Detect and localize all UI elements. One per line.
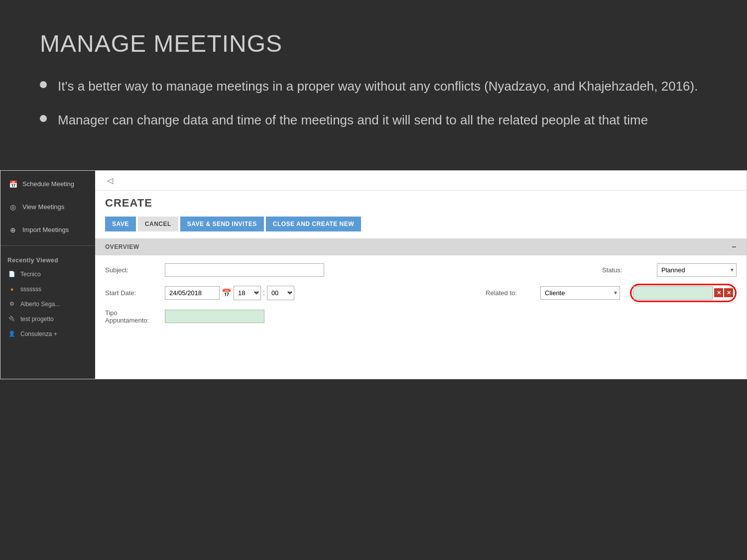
- plus-circle-icon: [7, 224, 18, 235]
- recent-label-consulenza: Consulenza +: [20, 331, 57, 337]
- eye-icon: [7, 202, 18, 213]
- bullet-text-2: Manager can change data and time of the …: [58, 111, 648, 129]
- related-remove-btn-2[interactable]: ✕: [724, 288, 733, 297]
- save-button[interactable]: SAVE: [105, 217, 136, 231]
- sidebar-label-import: Import Meetings: [22, 226, 69, 233]
- main-content: ◁ CREATE SAVE CANCEL SAVE & SEND INVITES…: [95, 171, 747, 379]
- back-button[interactable]: ◁: [103, 174, 117, 187]
- recent-label-test: test progetto: [20, 316, 54, 323]
- form-area: Subject: Status: Planned Held Not Held S…: [95, 255, 747, 332]
- subject-input[interactable]: [165, 263, 324, 277]
- bullet-text-1: It's a better way to manage meetings in …: [58, 77, 698, 95]
- overview-label: OVERVIEW: [105, 243, 139, 250]
- gear-icon: [7, 300, 16, 309]
- date-row: 📅 18 : 00: [165, 286, 294, 300]
- hour-select-wrapper: 18: [234, 286, 261, 300]
- form-row-subject: Subject: Status: Planned Held Not Held: [105, 263, 737, 277]
- form-row-start-date: Start Date: 📅 18 : 00: [105, 284, 737, 302]
- tipo-input[interactable]: [165, 310, 264, 323]
- sidebar-item-view-meetings[interactable]: View Meetings: [0, 196, 95, 219]
- app-section: Schedule Meeting View Meetings Import Me…: [0, 170, 747, 379]
- person-icon: [7, 330, 16, 338]
- create-header: CREATE: [95, 191, 747, 214]
- bullet-dot-1: [40, 81, 47, 88]
- sidebar-recent-sssssss[interactable]: sssssss: [0, 282, 95, 297]
- recent-label-alberto: Alberto Sega...: [20, 301, 60, 308]
- related-to-select-wrapper: Cliente: [540, 286, 620, 300]
- status-label: Status:: [602, 266, 647, 274]
- sidebar: Schedule Meeting View Meetings Import Me…: [0, 171, 95, 379]
- action-bar: SAVE CANCEL SAVE & SEND INVITES CLOSE AN…: [95, 214, 747, 236]
- form-right-related: Related to: Cliente ✕ ✕: [486, 284, 737, 302]
- minute-select[interactable]: 00: [267, 286, 294, 300]
- subject-label: Subject:: [105, 266, 155, 274]
- sidebar-recent-tecnico[interactable]: Tecnico: [0, 267, 95, 282]
- slide-title: MANAGE MEETINGS: [40, 30, 707, 57]
- doc-icon: [7, 270, 16, 279]
- start-date-label: Start Date:: [105, 289, 155, 297]
- calendar-picker-icon[interactable]: 📅: [222, 288, 232, 298]
- related-highlight-area: ✕ ✕: [630, 284, 737, 302]
- calendar-icon: [7, 179, 18, 190]
- sidebar-recent-alberto[interactable]: Alberto Sega...: [0, 297, 95, 312]
- bullet-item-1: It's a better way to manage meetings in …: [40, 77, 707, 95]
- related-input[interactable]: [633, 286, 713, 300]
- time-separator: :: [263, 289, 265, 297]
- slide-section: MANAGE MEETINGS It's a better way to man…: [0, 0, 747, 165]
- status-select[interactable]: Planned Held Not Held: [657, 263, 737, 277]
- sidebar-label-schedule: Schedule Meeting: [22, 180, 74, 188]
- form-row-tipo: Tipo Appuntamento:: [105, 309, 737, 324]
- sidebar-label-view: View Meetings: [22, 203, 64, 211]
- overview-bar: OVERVIEW –: [95, 238, 747, 255]
- close-and-create-new-button[interactable]: CLOSE AND CREATE NEW: [266, 217, 361, 231]
- sidebar-divider: [0, 245, 95, 246]
- minute-select-wrapper: 00: [267, 286, 294, 300]
- save-send-invites-button[interactable]: SAVE & SEND INVITES: [180, 217, 264, 231]
- recent-label-tecnico: Tecnico: [20, 271, 41, 278]
- recent-label-sssssss: sssssss: [20, 286, 41, 293]
- bullet-list: It's a better way to manage meetings in …: [40, 77, 707, 129]
- sidebar-item-schedule-meeting[interactable]: Schedule Meeting: [0, 173, 95, 196]
- circle-icon: [7, 285, 16, 294]
- sidebar-recent-test-progetto[interactable]: test progetto: [0, 312, 95, 327]
- related-remove-btn-1[interactable]: ✕: [714, 288, 723, 297]
- bullet-item-2: Manager can change data and time of the …: [40, 111, 707, 129]
- form-right-status: Status: Planned Held Not Held: [602, 263, 737, 277]
- sidebar-item-import-meetings[interactable]: Import Meetings: [0, 219, 95, 241]
- status-select-wrapper: Planned Held Not Held: [657, 263, 737, 277]
- cancel-button[interactable]: CANCEL: [138, 217, 178, 231]
- hour-select[interactable]: 18: [234, 286, 261, 300]
- plug-icon: [7, 315, 16, 324]
- collapse-button[interactable]: –: [732, 242, 737, 251]
- related-to-select[interactable]: Cliente: [540, 286, 620, 300]
- top-bar: ◁: [95, 171, 747, 191]
- recently-viewed-label: Recently Viewed: [0, 250, 95, 267]
- sidebar-recent-consulenza[interactable]: Consulenza +: [0, 327, 95, 341]
- tipo-label: Tipo Appuntamento:: [105, 309, 155, 324]
- start-date-input[interactable]: [165, 286, 220, 300]
- bullet-dot-2: [40, 115, 47, 122]
- related-to-label: Related to:: [486, 289, 530, 297]
